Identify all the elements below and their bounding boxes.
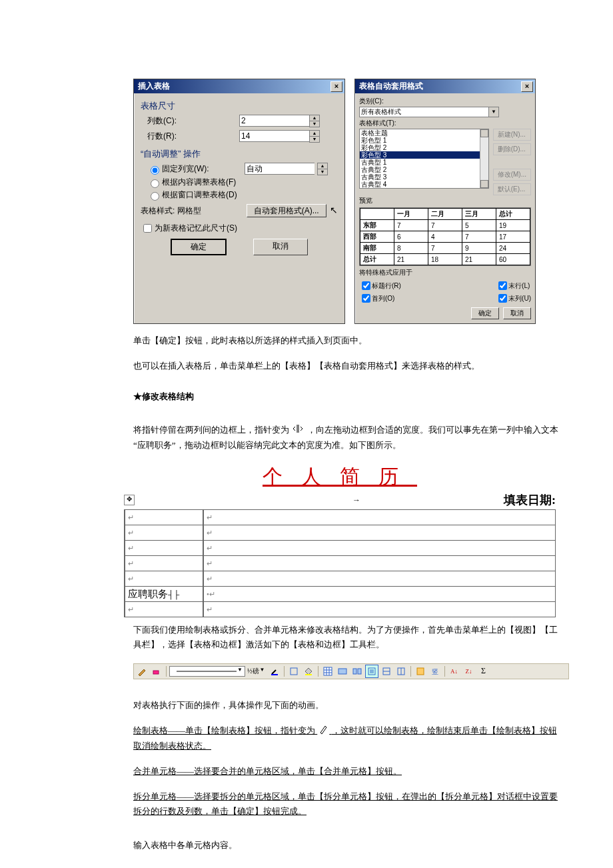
close-icon[interactable]: × — [330, 81, 342, 92]
text-direction-icon[interactable]: 竖 — [428, 665, 442, 678]
delete-button[interactable]: 删除(D)... — [493, 143, 531, 155]
cancel-button[interactable]: 取消 — [253, 239, 308, 255]
sort-asc-icon[interactable]: A↓ — [448, 665, 461, 678]
chevron-down-icon[interactable]: ▼ — [310, 121, 319, 127]
dialogs-figure: 插入表格 × 表格尺寸 列数(C): ▲ ▼ 行数(R): — [133, 79, 560, 324]
title-row-checkbox[interactable] — [362, 281, 370, 290]
list-item[interactable]: 古典型 4 — [360, 181, 488, 188]
line-weight-select[interactable]: ½磅▼ — [247, 665, 267, 678]
paragraph: 将指针停留在两列间的边框上，指针变为 ，向左拖动边框到合适的宽度。我们可以事先在… — [133, 423, 560, 453]
distribute-cols-icon[interactable] — [394, 665, 408, 678]
paragraph-mark-icon: ↵ — [128, 605, 134, 613]
instruction-link: 绘制表格——单击【绘制表格】按钮，指针变为 ，这时就可以绘制表格，绘制结束后单击… — [133, 723, 560, 754]
paragraph: 对表格执行下面的操作，具体操作见下面的动画。 — [133, 698, 560, 713]
paragraph-mark-icon: ↵ — [207, 513, 213, 521]
chevron-up-icon[interactable]: ▲ — [310, 131, 319, 137]
rows-input[interactable] — [239, 130, 309, 142]
draw-table-icon[interactable] — [135, 665, 149, 678]
last-row-checkbox[interactable] — [498, 281, 507, 290]
ok-button[interactable]: 确定 — [471, 307, 499, 319]
scroll-up-icon[interactable] — [480, 129, 488, 137]
autoformat-dialog: 表格自动套用格式 × 类别(C): ▼ 表格样式(T): 表格主题彩色型 1彩色… — [354, 79, 536, 324]
last-col-checkbox[interactable] — [498, 294, 507, 303]
pen-color-icon[interactable] — [268, 665, 281, 678]
auto-format-button[interactable]: 自动套用格式(A)... — [247, 204, 326, 217]
scrollbar[interactable] — [480, 129, 488, 188]
dialog-title: 插入表格 — [138, 81, 170, 92]
svg-rect-2 — [153, 671, 159, 674]
article-body: 下面我们使用绘制表格或拆分、合并单元格来修改表格结构。为了方便操作，首先单击菜单… — [133, 623, 560, 652]
fit-window-radio[interactable] — [151, 192, 159, 201]
table-row-header: 西部 — [360, 231, 394, 243]
spin-buttons[interactable]: ▲ ▼ — [317, 163, 328, 175]
list-item[interactable]: 彩色型 1 — [360, 137, 488, 144]
borders-icon[interactable] — [287, 665, 301, 678]
spin-buttons[interactable]: ▲ ▼ — [309, 115, 320, 127]
insert-table-icon[interactable] — [321, 665, 334, 678]
fit-content-label: 根据内容调整表格(F) — [162, 177, 236, 188]
mouse-cursor-icon: ↖ — [330, 205, 338, 215]
chevron-down-icon[interactable]: ▼ — [237, 667, 243, 676]
instruction-link: 拆分单元格——选择要拆分的单元格区域，单击【拆分单元格】按钮，在弹出的【拆分单元… — [133, 789, 560, 819]
first-col-checkbox[interactable] — [362, 294, 370, 303]
table-row-header: 总计 — [360, 254, 394, 265]
sort-desc-icon[interactable]: Z↓ — [462, 665, 476, 678]
fill-color-icon[interactable] — [302, 665, 315, 678]
category-combo[interactable] — [359, 107, 489, 117]
table-style-label: 表格样式: 网格型 — [141, 205, 201, 217]
default-button[interactable]: 默认(E)... — [493, 183, 531, 195]
autosum-icon[interactable]: Σ — [477, 665, 490, 678]
table-cell: 19 — [496, 220, 530, 231]
separator — [410, 666, 411, 677]
columns-input[interactable] — [239, 115, 309, 127]
list-item[interactable]: 古典型 3 — [360, 173, 488, 181]
split-cells-icon[interactable] — [350, 665, 364, 678]
table-cell: 7 — [428, 220, 462, 231]
paragraph-mark-icon: ↵ — [207, 575, 213, 583]
chevron-up-icon[interactable]: ▲ — [310, 115, 319, 121]
resume-title: 个人简历 — [124, 463, 556, 491]
column-resize-cursor-icon: ┤├ — [168, 590, 179, 599]
table-cell: 6 — [394, 231, 428, 243]
chevron-up-icon[interactable]: ▲ — [318, 163, 327, 169]
resume-table: ↵↵ ↵↵ ↵↵ ↵↵ ↵↵ 应聘职务┤├ •↵ ↵↵ — [124, 509, 556, 617]
list-item[interactable]: 古典型 1 — [360, 159, 488, 166]
table-move-handle-icon[interactable]: ✥ — [124, 495, 135, 505]
close-icon[interactable]: × — [521, 81, 533, 92]
table-cell: 5 — [462, 220, 496, 231]
list-item[interactable]: 彩色型 3 — [360, 151, 488, 159]
modify-button[interactable]: 修改(M)... — [493, 169, 531, 181]
fixed-width-radio[interactable] — [151, 166, 159, 175]
remember-size-checkbox[interactable] — [143, 224, 152, 233]
paragraph-mark-icon: ↵ — [128, 544, 134, 552]
table-header: 三月 — [462, 209, 496, 220]
table-cell: 18 — [428, 254, 462, 265]
separator — [166, 666, 167, 677]
paragraph-mark-icon: ↵ — [207, 559, 213, 567]
svg-rect-23 — [417, 668, 424, 675]
list-item[interactable]: 表格主题 — [360, 129, 488, 137]
chevron-down-icon[interactable]: ▼ — [318, 169, 327, 175]
spin-buttons[interactable]: ▲ ▼ — [309, 130, 320, 143]
first-col-label: 首列(O) — [372, 294, 394, 303]
merge-cells-icon[interactable] — [336, 665, 349, 678]
list-item[interactable]: 简明型 1 — [360, 188, 488, 189]
eraser-icon[interactable] — [150, 665, 163, 678]
line-style-select[interactable]: ▼ — [169, 666, 245, 677]
section-title-size: 表格尺寸 — [141, 100, 338, 112]
style-listbox[interactable]: 表格主题彩色型 1彩色型 2彩色型 3古典型 1古典型 2古典型 3古典型 4简… — [359, 129, 489, 189]
list-item[interactable]: 古典型 2 — [360, 166, 488, 173]
distribute-rows-icon[interactable] — [380, 665, 393, 678]
new-button[interactable]: 新建(N)... — [493, 129, 531, 141]
chevron-down-icon[interactable]: ▼ — [489, 107, 499, 117]
scroll-down-icon[interactable] — [480, 180, 488, 188]
fit-content-radio[interactable] — [151, 179, 159, 188]
list-item[interactable]: 彩色型 2 — [360, 144, 488, 151]
fixed-width-input[interactable] — [245, 163, 314, 175]
chevron-down-icon[interactable]: ▼ — [310, 137, 319, 142]
autoformat-icon[interactable] — [414, 665, 427, 678]
ok-button[interactable]: 确定 — [171, 239, 227, 255]
cancel-button[interactable]: 取消 — [503, 307, 531, 319]
alignment-icon[interactable] — [365, 665, 378, 678]
table-cell: 21 — [394, 254, 428, 265]
